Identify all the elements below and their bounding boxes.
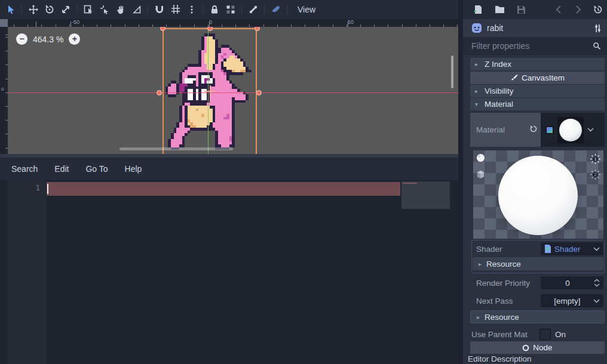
- section-resource-shader[interactable]: ▸ Resource: [473, 257, 603, 270]
- node-circle-icon: [522, 344, 529, 351]
- toolbar-separator: [203, 4, 203, 15]
- move-tool-icon[interactable]: [25, 2, 41, 17]
- select-tool-icon[interactable]: [2, 2, 19, 17]
- pan-tool-icon[interactable]: [112, 2, 128, 17]
- shader-property-row: Shader Shader: [471, 241, 605, 257]
- material-resource-picker[interactable]: [541, 113, 605, 147]
- pick-tool-icon[interactable]: [96, 2, 112, 17]
- chevron-right-icon: ▸: [475, 61, 480, 67]
- view-menu[interactable]: View: [290, 5, 323, 14]
- chevron-down-icon[interactable]: [593, 299, 600, 303]
- rotate-tool-icon[interactable]: [41, 2, 57, 17]
- ruler-label: 0: [209, 19, 212, 25]
- smart-snap-icon[interactable]: [151, 2, 167, 17]
- ruler-label: 50: [348, 19, 354, 25]
- snap-options-icon[interactable]: [183, 2, 200, 17]
- sphere-preview-toggle-icon[interactable]: [476, 153, 485, 162]
- light2-number: 2: [594, 172, 596, 177]
- editor-description-label: Editor Description: [468, 354, 532, 363]
- dock-separator[interactable]: [458, 0, 463, 364]
- code-minimap[interactable]: [401, 181, 450, 209]
- inspector-dock: rabit ▸ Z Index CanvasItem ▸ Visibility …: [463, 19, 607, 364]
- use-parent-mat-checkbox[interactable]: [539, 329, 551, 340]
- chevron-down-icon[interactable]: [587, 128, 594, 132]
- shader-editor-menubar: Search Edit Go To Help: [0, 158, 458, 180]
- shader-resource-name: Shader: [554, 245, 590, 254]
- back-icon[interactable]: [551, 2, 566, 17]
- category-canvasitem: CanvasItem: [470, 72, 605, 84]
- scale-tool-icon[interactable]: [57, 2, 73, 17]
- minimap-line: [403, 183, 417, 184]
- ruler-vertical: 0: [0, 27, 8, 154]
- ruler-label: 0: [1, 87, 4, 92]
- zoom-controls: − 464.3 % +: [16, 33, 80, 45]
- skeleton-options-icon[interactable]: [268, 2, 284, 17]
- object-tools-icon[interactable]: [593, 24, 602, 33]
- selection-handle-top-right[interactable]: [255, 27, 260, 31]
- cube-preview-toggle-icon[interactable]: [476, 170, 485, 179]
- lock-icon[interactable]: [206, 2, 222, 17]
- text-caret: [47, 184, 48, 194]
- menu-goto[interactable]: Go To: [85, 164, 108, 174]
- property-label: Material: [476, 125, 505, 134]
- render-priority-spinbox[interactable]: 0: [541, 276, 603, 289]
- next-pass-picker[interactable]: [empty]: [541, 294, 603, 307]
- section-label: Resource: [485, 313, 519, 322]
- canvas-2d[interactable]: − 464.3 % +: [8, 27, 458, 154]
- inspector-node-row: rabit: [463, 19, 607, 37]
- section-resource-material[interactable]: ▸ Resource: [470, 310, 605, 323]
- ruler-tool-icon[interactable]: [128, 2, 145, 17]
- toolbar-separator: [241, 4, 242, 15]
- search-icon: [593, 42, 601, 50]
- skeleton-icon[interactable]: [245, 2, 261, 17]
- history-icon[interactable]: [590, 2, 606, 17]
- zoom-level[interactable]: 464.3 %: [33, 35, 63, 44]
- filter-properties-input[interactable]: [470, 41, 593, 51]
- section-visibility[interactable]: ▸ Visibility: [470, 85, 605, 97]
- toolbar-separator: [76, 4, 77, 15]
- section-material[interactable]: ▾ Material: [470, 98, 605, 110]
- toolbar-separator: [148, 4, 148, 15]
- selection-handle-left-mid[interactable]: [157, 90, 162, 95]
- chevron-right-icon: ▸: [475, 88, 480, 94]
- material-preview-thumbnail: [557, 117, 584, 143]
- ruler-horizontal: -50 0 50: [8, 19, 458, 27]
- list-select-tool-icon[interactable]: [80, 2, 96, 17]
- menu-search[interactable]: Search: [11, 164, 38, 174]
- canvas-horizontal-scrollbar[interactable]: [119, 147, 233, 150]
- forward-icon[interactable]: [571, 2, 586, 17]
- shader-file-icon: [544, 245, 551, 253]
- menu-edit[interactable]: Edit: [54, 164, 69, 174]
- zoom-out-button[interactable]: −: [16, 33, 27, 45]
- chevron-down-icon[interactable]: [593, 247, 600, 251]
- shader-resource-picker[interactable]: Shader: [541, 242, 603, 255]
- pivot-crosshair-icon: [204, 85, 216, 97]
- next-pass-value: [empty]: [544, 297, 590, 306]
- selection-handle-right-mid[interactable]: [256, 90, 262, 95]
- spinner-arrows-icon[interactable]: [594, 279, 600, 287]
- revert-icon[interactable]: [529, 125, 538, 133]
- chevron-right-icon: ▸: [477, 314, 480, 320]
- open-resource-icon[interactable]: [492, 2, 507, 17]
- save-resource-icon[interactable]: [513, 2, 529, 17]
- canvas-toolbar: View: [0, 0, 458, 19]
- chevron-down-icon: ▾: [475, 101, 480, 107]
- current-line-highlight: [47, 182, 400, 196]
- preview-light1-toggle[interactable]: 1: [590, 154, 600, 164]
- category-node: Node: [470, 341, 605, 354]
- ruler-label: -50: [72, 19, 79, 25]
- zoom-in-button[interactable]: +: [69, 33, 80, 45]
- brush-icon: [510, 74, 518, 82]
- inspector-toolbar: [463, 0, 607, 19]
- new-resource-icon[interactable]: [470, 2, 486, 17]
- section-z-index[interactable]: ▸ Z Index: [470, 58, 605, 70]
- menu-help[interactable]: Help: [125, 164, 142, 174]
- toolbar-separator: [264, 4, 265, 15]
- section-label: Visibility: [485, 87, 514, 95]
- checkbox-on-label: On: [555, 330, 566, 339]
- canvas-vertical-scrollbar[interactable]: [451, 55, 453, 88]
- group-icon[interactable]: [222, 2, 238, 17]
- preview-light2-toggle[interactable]: 2: [590, 169, 600, 180]
- grid-snap-icon[interactable]: [167, 2, 183, 17]
- shader-code-editor[interactable]: 1: [8, 180, 451, 364]
